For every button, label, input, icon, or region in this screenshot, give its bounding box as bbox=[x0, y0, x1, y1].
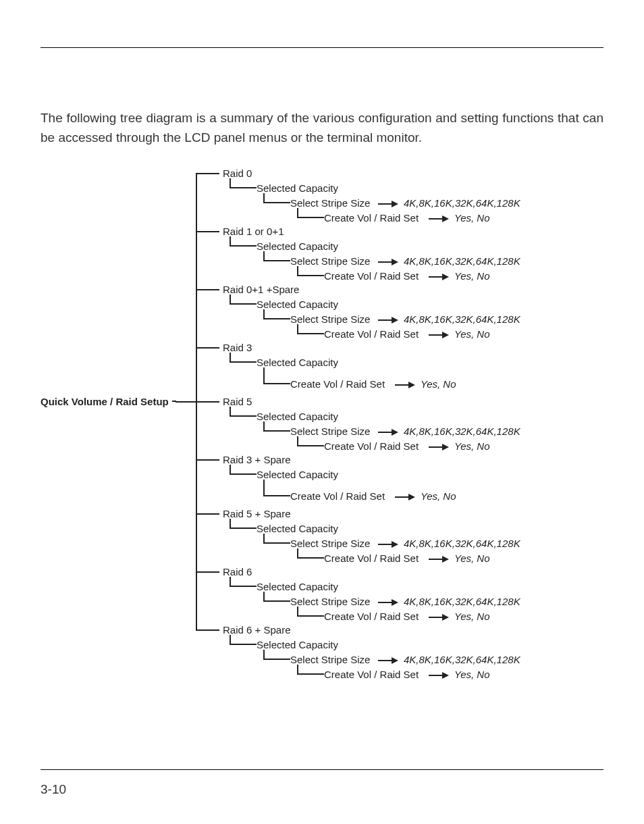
intro-text: The following tree diagram is a summary … bbox=[41, 109, 603, 147]
stripe-opts-7: 4K,8K,16K,32K,64K,128K bbox=[404, 596, 520, 607]
stripe-4: Select Stripe Size bbox=[290, 426, 370, 437]
yesno-1: Yes, No bbox=[454, 270, 490, 282]
stripe-2: Select Stripe Size bbox=[290, 313, 370, 325]
branch-2: Raid 0+1 +Spare bbox=[223, 284, 299, 295]
create-7: Create Vol / Raid Set bbox=[324, 611, 419, 622]
stripe-opts-0: 4K,8K,16K,32K,64K,128K bbox=[404, 197, 520, 209]
yesno-2: Yes, No bbox=[454, 328, 490, 340]
branch-5: Raid 3 + Spare bbox=[223, 454, 290, 465]
create-2: Create Vol / Raid Set bbox=[324, 328, 419, 340]
stripe-opts-1: 4K,8K,16K,32K,64K,128K bbox=[404, 255, 520, 267]
svg-marker-12 bbox=[392, 317, 398, 324]
capacity-0: Selected Capacity bbox=[257, 182, 338, 194]
svg-marker-25 bbox=[408, 494, 415, 500]
stripe-opts-6: 4K,8K,16K,32K,64K,128K bbox=[404, 538, 520, 549]
stripe-opts-4: 4K,8K,16K,32K,64K,128K bbox=[404, 426, 520, 437]
svg-marker-22 bbox=[442, 444, 449, 450]
capacity-1: Selected Capacity bbox=[257, 240, 338, 252]
capacity-8: Selected Capacity bbox=[257, 639, 338, 650]
svg-marker-35 bbox=[442, 614, 449, 621]
capacity-4: Selected Capacity bbox=[257, 411, 338, 422]
yesno-6: Yes, No bbox=[454, 552, 490, 564]
branch-3: Raid 3 bbox=[223, 342, 252, 353]
yesno-7: Yes, No bbox=[454, 611, 490, 622]
svg-marker-17 bbox=[408, 382, 415, 388]
svg-marker-7 bbox=[392, 259, 398, 265]
svg-marker-9 bbox=[442, 274, 449, 280]
branch-7: Raid 6 bbox=[223, 566, 252, 577]
capacity-7: Selected Capacity bbox=[257, 581, 338, 592]
page-number: 3-10 bbox=[41, 782, 66, 797]
tree-diagram: Quick Volume / Raid Setup Raid 0 Selecte… bbox=[54, 168, 617, 682]
yesno-5: Yes, No bbox=[421, 490, 456, 502]
svg-marker-4 bbox=[442, 215, 449, 222]
create-6: Create Vol / Raid Set bbox=[324, 552, 419, 564]
branch-0: Raid 0 bbox=[223, 168, 252, 179]
branch-4: Raid 5 bbox=[223, 396, 252, 407]
svg-marker-28 bbox=[392, 541, 398, 548]
create-4: Create Vol / Raid Set bbox=[324, 440, 419, 452]
create-8: Create Vol / Raid Set bbox=[324, 669, 419, 680]
stripe-opts-2: 4K,8K,16K,32K,64K,128K bbox=[404, 313, 520, 325]
branch-8: Raid 6 + Spare bbox=[223, 624, 290, 636]
create-5: Create Vol / Raid Set bbox=[290, 490, 385, 502]
stripe-opts-8: 4K,8K,16K,32K,64K,128K bbox=[404, 654, 520, 665]
create-1: Create Vol / Raid Set bbox=[324, 270, 419, 282]
branch-6: Raid 5 + Spare bbox=[223, 508, 290, 519]
create-0: Create Vol / Raid Set bbox=[324, 212, 419, 224]
capacity-5: Selected Capacity bbox=[257, 469, 338, 480]
svg-marker-40 bbox=[442, 672, 449, 679]
yesno-8: Yes, No bbox=[454, 669, 490, 680]
capacity-3: Selected Capacity bbox=[257, 357, 338, 368]
stripe-1: Select Stripe Size bbox=[290, 255, 370, 267]
capacity-2: Selected Capacity bbox=[257, 299, 338, 310]
create-3: Create Vol / Raid Set bbox=[290, 378, 385, 390]
svg-marker-30 bbox=[442, 556, 449, 563]
svg-marker-2 bbox=[392, 201, 398, 207]
stripe-0: Select Stripe Size bbox=[290, 197, 370, 209]
svg-marker-33 bbox=[392, 599, 398, 606]
yesno-0: Yes, No bbox=[454, 212, 490, 224]
svg-marker-38 bbox=[392, 657, 398, 664]
stripe-6: Select Stripe Size bbox=[290, 538, 370, 549]
branch-1: Raid 1 or 0+1 bbox=[223, 226, 284, 237]
capacity-6: Selected Capacity bbox=[257, 523, 338, 534]
svg-marker-20 bbox=[392, 429, 398, 436]
stripe-8: Select Stripe Size bbox=[290, 654, 370, 665]
stripe-7: Select Stripe Size bbox=[290, 596, 370, 607]
svg-marker-14 bbox=[442, 332, 449, 338]
yesno-4: Yes, No bbox=[454, 440, 490, 452]
yesno-3: Yes, No bbox=[421, 378, 456, 390]
